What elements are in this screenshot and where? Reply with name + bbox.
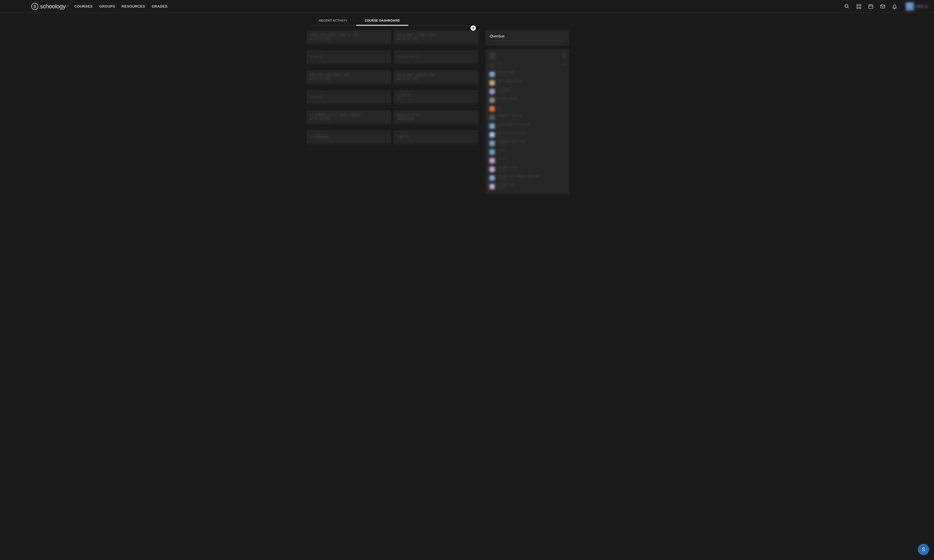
list-item[interactable]: [489, 113, 566, 122]
svg-point-0: [845, 4, 848, 8]
course-card[interactable]: [306, 70, 391, 85]
list-item[interactable]: [489, 148, 566, 156]
tabs: RECENT ACTIVITY COURSE DASHBOARD: [310, 16, 478, 26]
nav-groups[interactable]: GROUPS: [99, 4, 115, 8]
course-card[interactable]: [394, 110, 479, 125]
item-thumb-icon: [489, 175, 495, 181]
svg-rect-3: [860, 4, 861, 6]
topbar-right: [844, 2, 928, 11]
course-card[interactable]: [306, 90, 391, 105]
item-thumb-icon: [489, 63, 495, 68]
nav-courses[interactable]: COURSES: [74, 4, 93, 8]
item-thumb-icon: [489, 80, 495, 86]
nav-grades[interactable]: GRADES: [151, 4, 168, 8]
list-item[interactable]: [489, 139, 566, 148]
course-card[interactable]: [306, 110, 391, 125]
list-item[interactable]: [489, 165, 566, 174]
course-card[interactable]: [394, 50, 479, 65]
apps-grid-icon[interactable]: [856, 4, 861, 9]
page: RECENT ACTIVITY COURSE DASHBOARD Overdue: [306, 16, 628, 205]
item-thumb-icon: [489, 123, 495, 129]
tab-course-dashboard[interactable]: COURSE DASHBOARD: [356, 16, 409, 26]
item-thumb-icon: [489, 158, 495, 163]
list-item[interactable]: [489, 61, 566, 70]
overdue-title: Overdue: [490, 34, 565, 41]
list-item[interactable]: [489, 122, 566, 131]
svg-rect-5: [860, 7, 861, 8]
overdue-panel: Overdue: [486, 30, 570, 46]
list-item[interactable]: [489, 96, 566, 105]
svg-line-1: [848, 7, 849, 8]
list-item[interactable]: [489, 131, 566, 139]
nav-resources[interactable]: RESOURCES: [122, 4, 145, 8]
svg-rect-2: [857, 4, 858, 6]
item-thumb-icon: [489, 141, 495, 146]
upcoming-panel: [486, 49, 570, 194]
topbar: S schoology ® COURSES GROUPS RESOURCES G…: [0, 0, 934, 13]
item-thumb-icon: [489, 149, 495, 155]
list-item[interactable]: [489, 87, 566, 96]
svg-point-11: [473, 27, 474, 27]
logo-mark-icon: S: [31, 3, 39, 10]
course-card[interactable]: [306, 30, 391, 45]
list-item[interactable]: [489, 105, 566, 113]
accessibility-icon[interactable]: [471, 25, 476, 31]
list-item[interactable]: [489, 156, 566, 165]
course-card[interactable]: [394, 70, 479, 85]
logo-text: schoology: [40, 3, 66, 10]
svg-rect-4: [857, 7, 858, 8]
course-card[interactable]: [394, 90, 479, 105]
item-thumb-icon: [489, 115, 495, 120]
course-grid: [306, 30, 478, 145]
item-thumb-icon: [489, 89, 495, 94]
sidebar: Overdue: [486, 30, 570, 194]
list-item[interactable]: [489, 70, 566, 78]
brand-logo[interactable]: S schoology ®: [31, 3, 69, 10]
calendar-icon[interactable]: [868, 4, 874, 9]
svg-rect-6: [869, 5, 873, 8]
item-thumb-icon: [489, 97, 495, 103]
course-card[interactable]: [306, 130, 391, 145]
item-thumb-icon: [489, 132, 495, 137]
item-thumb-icon: [489, 72, 495, 77]
course-card[interactable]: [394, 30, 479, 45]
avatar: [906, 2, 914, 11]
list-item[interactable]: [489, 182, 566, 191]
list-item[interactable]: [489, 78, 566, 87]
course-card[interactable]: [306, 50, 391, 65]
user-menu[interactable]: [904, 2, 928, 11]
notifications-icon[interactable]: [892, 4, 897, 9]
item-thumb-icon: [489, 184, 495, 189]
topnav: COURSES GROUPS RESOURCES GRADES: [74, 4, 168, 8]
search-icon[interactable]: [844, 4, 850, 9]
trademark: ®: [67, 5, 69, 8]
item-thumb-icon: [489, 166, 495, 172]
course-card[interactable]: [394, 130, 479, 145]
tab-recent-activity[interactable]: RECENT ACTIVITY: [310, 16, 356, 26]
item-thumb-icon: [489, 106, 495, 112]
mail-icon[interactable]: [880, 4, 885, 9]
list-item[interactable]: [489, 174, 566, 182]
